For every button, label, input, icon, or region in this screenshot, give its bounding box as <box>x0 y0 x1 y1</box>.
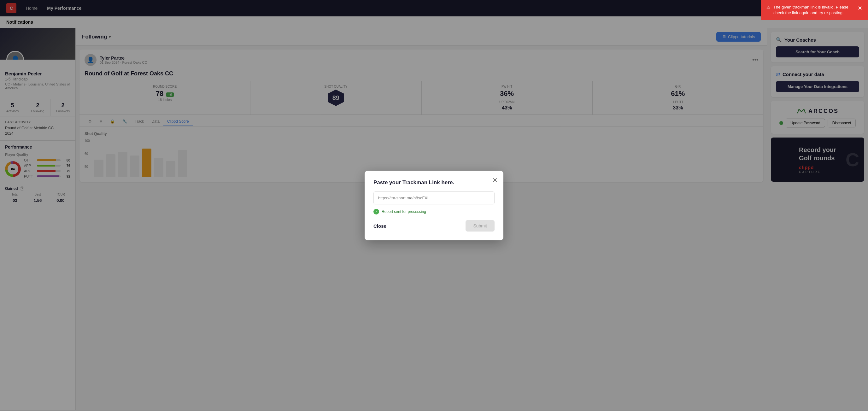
modal-submit-button[interactable]: Submit <box>466 220 495 231</box>
warning-icon: ⚠ <box>767 4 770 10</box>
toast-close-button[interactable]: ✕ <box>858 4 862 12</box>
toast-message: The given trackman link is invalid. Plea… <box>773 4 855 16</box>
trackman-modal: Paste your Trackman Link here. ✕ ✓ Repor… <box>365 171 503 240</box>
error-toast: ⚠ The given trackman link is invalid. Pl… <box>761 0 868 20</box>
modal-success-message: ✓ Report sent for processing <box>373 209 495 215</box>
modal-actions: Close Submit <box>373 220 495 231</box>
modal-close-button[interactable]: Close <box>373 223 386 229</box>
success-text: Report sent for processing <box>382 210 426 214</box>
modal-overlay[interactable]: Paste your Trackman Link here. ✕ ✓ Repor… <box>0 0 868 410</box>
modal-close-icon-button[interactable]: ✕ <box>492 176 498 184</box>
trackman-link-input[interactable] <box>373 191 495 204</box>
modal-title: Paste your Trackman Link here. <box>373 180 495 186</box>
success-check-icon: ✓ <box>373 209 379 215</box>
